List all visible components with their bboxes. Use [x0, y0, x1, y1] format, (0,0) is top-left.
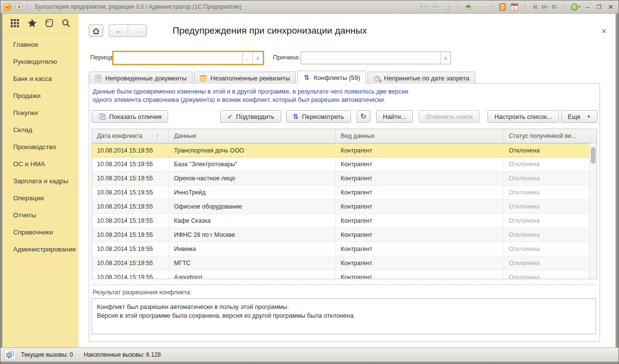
tab-conflicts[interactable]: ⇅ Конфликты (59)	[297, 71, 366, 84]
clock-blocked-icon: ◷ ✕	[373, 75, 381, 82]
reason-label: Причина:	[273, 54, 300, 61]
table-row-partial[interactable]: 10.08.2014 15:19:55 Аэрофлот Контрагент …	[92, 270, 597, 279]
sidebar-item-operacii[interactable]: Операции	[2, 190, 78, 207]
server-calls-icon[interactable]	[4, 349, 16, 360]
history-nav-group: ← →	[109, 24, 147, 37]
button-label: Еще	[568, 113, 580, 120]
button-label: Подтвердить	[236, 113, 274, 120]
sync-conflict-icon: ⇅	[293, 113, 299, 120]
reason-input[interactable]	[301, 52, 440, 64]
table-row[interactable]: 10.08.2014 15:19:55 МГТС Контрагент Откл…	[92, 256, 597, 270]
conflicts-toolbar: Показать отличия ✔ Подтвердить ⇅ Пересмо…	[92, 110, 598, 123]
cell-type: Контрагент	[336, 157, 504, 171]
column-header-status[interactable]: Статус полученной ве...	[504, 129, 597, 143]
sidebar-item-rukovoditelyu[interactable]: Руководителю	[2, 53, 78, 70]
result-line: Конфликт был разрешен автоматически в по…	[97, 303, 591, 311]
table-row[interactable]: 10.08.2014 15:19:55 Кафе Сказка Контраге…	[92, 214, 597, 228]
tab-unfilled-attributes[interactable]: Незаполненные реквизиты	[194, 72, 296, 84]
menu-grid-icon[interactable]	[9, 17, 21, 30]
vertical-scrollbar[interactable]	[589, 143, 597, 279]
search-icon[interactable]	[60, 17, 73, 30]
scrollbar-thumb[interactable]	[591, 147, 596, 164]
cell-type: Контрагент	[336, 242, 504, 256]
info-button[interactable]: i ▾	[571, 2, 580, 11]
cell-status: Отклонена	[504, 242, 597, 256]
cell-date: 10.08.2014 15:19:55	[92, 186, 169, 199]
tab-rejected-by-date[interactable]: ◷ ✕ Непринятые по дате запрета	[368, 72, 475, 84]
home-button[interactable]	[89, 24, 103, 37]
window-body: Главное Руководителю Банк и касса Продаж…	[0, 14, 619, 347]
memory-m-minus-button: M-	[551, 4, 559, 10]
table-row[interactable]: 10.08.2014 15:19:55 ИФНС 28 по г Москве …	[92, 228, 597, 242]
show-differences-button[interactable]: Показать отличия	[92, 110, 168, 123]
favorites-icon	[476, 2, 485, 11]
result-line: Версия в этой программе была сохранена, …	[97, 311, 591, 320]
sidebar-item-os-i-nma[interactable]: ОС и НМА	[2, 155, 78, 172]
sidebar-item-zarplata-i-kadry[interactable]: Зарплата и кадры	[2, 172, 78, 190]
table-row[interactable]: 10.08.2014 15:19:55 ИнноТрейд Контрагент…	[92, 186, 597, 200]
minimize-button[interactable]: –	[582, 2, 592, 11]
confirm-button[interactable]: ✔ Подтвердить	[220, 110, 281, 123]
system-menu-button[interactable]: ▼	[15, 3, 23, 11]
sidebar-item-pokupki[interactable]: Покупки	[2, 104, 78, 121]
cell-data: Офисное оборудование	[169, 200, 336, 213]
cell-data: Орехов-частное лицо	[169, 172, 336, 185]
cell-type: Контрагент	[336, 144, 504, 157]
close-form-icon[interactable]: ✕	[601, 27, 607, 35]
cell-type: Контрагент	[336, 186, 504, 199]
memory-m-plus-button: M+	[541, 4, 549, 10]
period-input[interactable]	[114, 52, 242, 64]
cell-status: Отклонена	[504, 256, 597, 270]
sidebar-item-bank-i-kassa[interactable]: Банк и касса	[2, 70, 78, 87]
1c-logo-icon: 1С	[3, 3, 12, 11]
revise-button[interactable]: ⇅ Пересмотреть	[286, 110, 351, 123]
sidebar-item-proizvodstvo[interactable]: Производство	[2, 138, 78, 155]
find-button[interactable]: Найти...	[376, 110, 413, 123]
tab-label: Непроведенные документы	[105, 75, 187, 82]
sidebar-item-administrirovanie[interactable]: Администрирование	[2, 241, 78, 258]
cell-date: 10.08.2014 15:19:55	[92, 270, 169, 279]
calendar-icon[interactable]: 31	[509, 2, 519, 11]
status-bar: Текущие вызовы: 0 Накопленные вызовы: 6 …	[0, 347, 619, 364]
sidebar-item-otchety[interactable]: Отчеты	[2, 207, 78, 224]
table-row[interactable]: 10.08.2014 15:19:55 Орехов-частное лицо …	[92, 172, 597, 186]
sidebar-item-sklad[interactable]: Склад	[2, 121, 78, 138]
cell-status: Отклонена	[504, 186, 597, 199]
sidebar-item-glavnoe[interactable]: Главное	[2, 36, 78, 53]
separator	[491, 3, 492, 11]
configure-list-button[interactable]: Настроить список...	[487, 110, 559, 123]
table-row[interactable]: 10.08.2014 15:19:55 Транспортная дочь ОО…	[92, 143, 597, 157]
sidebar-item-prodazhi[interactable]: Продажи	[2, 87, 78, 104]
column-header-type[interactable]: Вид данных	[336, 129, 504, 143]
history-icon[interactable]	[43, 17, 56, 30]
compare-icon	[98, 113, 106, 120]
column-header-date[interactable]: Дата конфликта ↑	[92, 129, 169, 143]
reason-clear-button[interactable]: x	[440, 52, 450, 64]
close-window-button[interactable]: ✕	[606, 2, 616, 11]
memory-m-button: M	[531, 4, 539, 10]
cell-date: 10.08.2014 15:19:55	[92, 172, 169, 185]
maximize-button[interactable]: ❐	[594, 2, 604, 11]
table-row[interactable]: 10.08.2014 15:19:55 База "Электротовары"…	[92, 157, 597, 172]
refresh-button[interactable]: ↻	[357, 110, 370, 123]
calculator-icon[interactable]	[498, 2, 507, 11]
cell-status: Отклонена	[504, 228, 597, 242]
sidebar-item-spravochniki[interactable]: Справочники	[2, 224, 78, 241]
table-row[interactable]: 10.08.2014 15:19:55 Офисное оборудование…	[92, 200, 597, 214]
period-more-button[interactable]: ...	[242, 52, 252, 64]
tab-unposted-documents[interactable]: Непроведенные документы	[89, 72, 193, 84]
add-to-favorites-icon[interactable]	[464, 2, 474, 11]
favorites-star-icon[interactable]	[26, 17, 39, 30]
table-row[interactable]: 10.08.2014 15:19:55 Инвема Контрагент От…	[92, 242, 597, 256]
back-button[interactable]: ←	[109, 25, 128, 37]
period-clear-button[interactable]: x	[252, 52, 263, 64]
more-button[interactable]: Еще ▼	[561, 110, 598, 123]
cell-type: Контрагент	[336, 200, 504, 213]
column-header-data[interactable]: Данные	[169, 129, 336, 143]
caret-down-icon: ▾	[579, 5, 580, 9]
forward-button[interactable]: →	[128, 25, 146, 37]
check-icon: ✔	[227, 113, 232, 120]
cell-date: 10.08.2014 15:19:55	[92, 214, 169, 228]
cancel-search-button: Отменить поиск	[419, 110, 480, 123]
window-title: Бухгалтерия предприятия, редакция 3.0 / …	[35, 3, 419, 10]
